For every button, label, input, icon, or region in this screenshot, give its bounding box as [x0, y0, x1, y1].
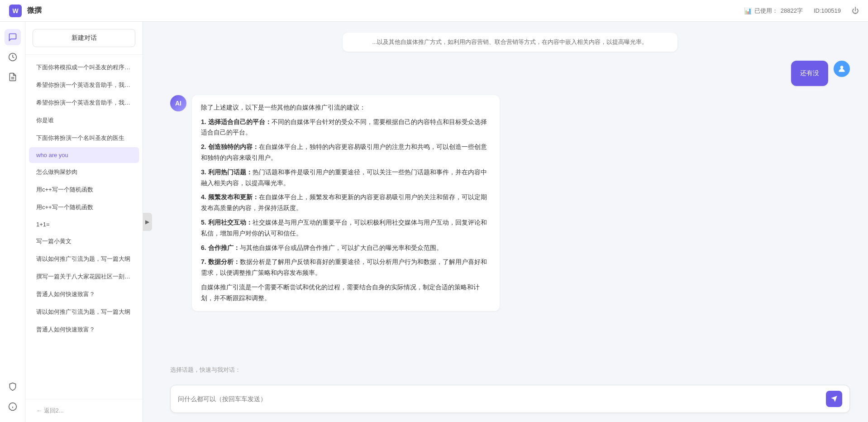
ai-point-1: 1. 选择适合自己的平台：不同的自媒体平台针对的受众不同，需要根据自己的内容特点… [201, 117, 491, 139]
sidebar-item-active[interactable]: who are you [29, 147, 139, 163]
chat-messages: ...以及其他自媒体推广方式，如利用内容营销、联合营销等方式，在内容中嵌入相关内… [152, 22, 868, 360]
power-button[interactable]: ⏻ [852, 7, 859, 15]
app-logo: W [9, 5, 22, 17]
left-nav [0, 22, 25, 422]
sidebar-item[interactable]: 普通人如何快速致富？ [29, 321, 139, 338]
header: W 微撰 📊 已使用： 28822字 ID:100519 ⏻ [0, 0, 868, 22]
nav-icon-doc[interactable] [5, 69, 21, 85]
sidebar-item[interactable]: 1+1= [29, 216, 139, 232]
sidebar-item[interactable]: 你是谁 [29, 112, 139, 129]
ai-point-5: 5. 利用社交互动：社交媒体是与用户互动的重要平台，可以积极利用社交媒体与用户互… [201, 217, 491, 239]
svg-point-6 [840, 66, 844, 69]
input-container [170, 385, 850, 413]
send-button[interactable] [826, 391, 842, 407]
nav-icon-chat[interactable] [5, 29, 21, 45]
nav-icon-shield[interactable] [5, 379, 21, 395]
sidebar-item[interactable]: 用c++写一个随机函数 [29, 199, 139, 216]
sidebar-bottom: ← 返回2... [25, 399, 143, 422]
new-chat-button[interactable]: 新建对话 [33, 29, 135, 47]
user-avatar [834, 61, 850, 77]
partial-message: ...以及其他自媒体推广方式，如利用内容营销、联合营销等方式，在内容中嵌入相关内… [343, 33, 677, 52]
usage-value: 28822字 [781, 7, 803, 15]
header-left: W 微撰 [9, 5, 42, 17]
chat-input[interactable] [178, 395, 820, 403]
sidebar-item[interactable]: 普通人如何快速致富？ [29, 286, 139, 303]
ai-conclusion: 自媒体推广引流是一个需要不断尝试和优化的过程，需要结合自身的实际情况，制定合适的… [201, 282, 491, 304]
ai-point-3: 3. 利用热门话题：热门话题和事件是吸引用户的重要途径，可以关注一些热门话题和事… [201, 167, 491, 189]
ai-avatar-inner: AI [170, 95, 186, 111]
user-id: ID:100519 [814, 7, 841, 14]
ai-avatar: AI [170, 95, 186, 111]
sidebar: 新建对话 下面你将模拟成一个叫圣友的程序员，我说... 希望你扮演一个英语发音助… [25, 22, 143, 422]
sidebar-item[interactable]: 请以如何推广引流为题，写一篇大纲 [29, 250, 139, 268]
ai-message-bubble: 除了上述建议，以下是一些其他的自媒体推广引流的建议： 1. 选择适合自己的平台：… [192, 95, 500, 311]
sidebar-item[interactable]: 怎么做狗屎炒肉 [29, 163, 139, 181]
sidebar-item[interactable]: 希望你扮演一个英语发音助手，我提供给你... [29, 94, 139, 111]
input-area [152, 378, 868, 422]
usage-label: 已使用： [754, 7, 778, 15]
nav-bottom-icons [5, 379, 21, 415]
sidebar-item[interactable]: 撰写一篇关于八大家花园社区一刻钟便民生... [29, 268, 139, 285]
partial-text: ...以及其他自媒体推广方式，如利用内容营销、联合营销等方式，在内容中嵌入相关内… [372, 38, 648, 45]
chat-area: ...以及其他自媒体推广方式，如利用内容营销、联合营销等方式，在内容中嵌入相关内… [152, 22, 868, 422]
usage-info: 📊 已使用： 28822字 [744, 7, 803, 15]
header-right: 📊 已使用： 28822字 ID:100519 ⏻ [744, 7, 859, 15]
sidebar-collapse-toggle[interactable]: ▶ [143, 213, 152, 231]
ai-point-4: 4. 频繁发布和更新：在自媒体平台上，频繁发布和更新的内容更容易吸引用户的关注和… [201, 192, 491, 214]
user-message-row: 还有没 [170, 61, 850, 86]
main-container: 新建对话 下面你将模拟成一个叫圣友的程序员，我说... 希望你扮演一个英语发音助… [0, 22, 868, 422]
sidebar-item[interactable]: 下面你将扮演一个名叫圣友的医生 [29, 129, 139, 147]
ai-intro: 除了上述建议，以下是一些其他的自媒体推广引流的建议： [201, 102, 491, 113]
nav-icon-clock[interactable] [5, 49, 21, 65]
usage-icon: 📊 [744, 7, 752, 14]
sidebar-item[interactable]: 下面你将模拟成一个叫圣友的程序员，我说... [29, 59, 139, 76]
ai-point-6: 6. 合作推广：与其他自媒体平台或品牌合作推广，可以扩大自己的曝光率和受众范围。 [201, 243, 491, 254]
ai-point-7: 7. 数据分析：数据分析是了解用户反馈和喜好的重要途径，可以分析用户行为和数据，… [201, 257, 491, 278]
sidebar-header: 新建对话 [25, 22, 143, 55]
sidebar-list: 下面你将模拟成一个叫圣友的程序员，我说... 希望你扮演一个英语发音助手，我提供… [25, 55, 143, 399]
nav-icon-info[interactable] [5, 398, 21, 415]
partial-message-container: ...以及其他自媒体推广方式，如利用内容营销、联合营销等方式，在内容中嵌入相关内… [170, 33, 850, 52]
ai-message-row: AI 除了上述建议，以下是一些其他的自媒体推广引流的建议： 1. 选择适合自己的… [170, 95, 850, 311]
sidebar-item[interactable]: 希望你扮演一个英语发音助手，我提供给你... [29, 77, 139, 94]
quick-topics: 选择话题，快速与我对话： [152, 360, 868, 378]
user-message-text: 还有没 [800, 69, 819, 77]
quick-topics-label: 选择话题，快速与我对话： [170, 366, 850, 374]
app-title: 微撰 [27, 6, 42, 15]
sidebar-item[interactable]: 用c++写一个随机函数 [29, 181, 139, 198]
sidebar-item[interactable]: 写一篇小黄文 [29, 233, 139, 250]
sidebar-bottom-item[interactable]: ← 返回2... [29, 403, 139, 418]
sidebar-item[interactable]: 请以如何推广引流为题，写一篇大纲 [29, 303, 139, 321]
user-message-bubble: 还有没 [791, 61, 828, 86]
ai-point-2: 2. 创造独特的内容：在自媒体平台上，独特的内容更容易吸引用户的注意力和共鸣，可… [201, 142, 491, 163]
